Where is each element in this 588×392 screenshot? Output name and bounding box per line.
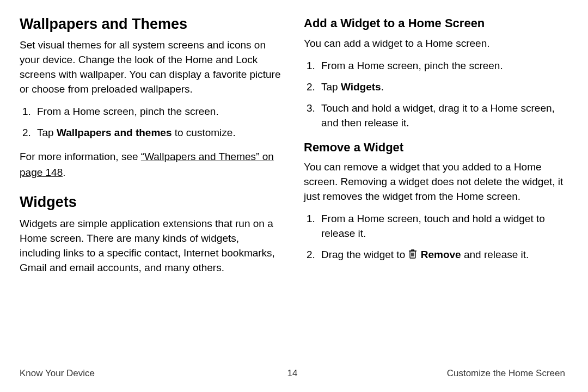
- xref-pre: For more information, see: [20, 151, 141, 162]
- footer-right: Customize the Home Screen: [447, 368, 565, 379]
- step-item: Drag the widget to Remove and release it…: [318, 248, 565, 264]
- wallpapers-intro-text: Set visual themes for all system screens…: [20, 38, 281, 97]
- step-text-pre: Tap: [37, 127, 57, 138]
- manual-page: Wallpapers and Themes Set visual themes …: [0, 0, 588, 392]
- wallpapers-steps: From a Home screen, pinch the screen. Ta…: [20, 105, 281, 140]
- step-text-bold: Widgets: [341, 81, 381, 93]
- heading-widgets: Widgets: [20, 193, 281, 211]
- xref-post: .: [63, 167, 65, 178]
- step-item: Touch and hold a widget, drag it to a Ho…: [318, 101, 565, 131]
- step-text-post: .: [381, 81, 384, 93]
- right-column: Add a Widget to a Home Screen You can ad…: [304, 15, 565, 358]
- heading-remove-widget: Remove a Widget: [304, 139, 565, 156]
- step-text: From a Home screen, pinch the screen.: [37, 106, 219, 117]
- remove-widget-steps: From a Home screen, touch and hold a wid…: [304, 212, 565, 264]
- step-text-bold: Remove: [421, 249, 461, 260]
- heading-wallpapers-themes: Wallpapers and Themes: [20, 15, 281, 33]
- step-item: Tap Widgets.: [318, 80, 565, 95]
- step-item: Tap Wallpapers and themes to customize.: [34, 126, 281, 140]
- step-text-pre: Drag the widget to: [321, 249, 408, 260]
- step-text: Touch and hold a widget, drag it to a Ho…: [321, 102, 555, 128]
- step-item: From a Home screen, pinch the screen.: [34, 105, 281, 119]
- page-number: 14: [287, 368, 298, 379]
- step-text: From a Home screen, touch and hold a wid…: [321, 213, 545, 239]
- add-widget-intro: You can add a widget to a Home screen.: [304, 36, 565, 51]
- widgets-intro-text: Widgets are simple application extension…: [20, 217, 281, 275]
- step-text-pre: Tap: [321, 81, 341, 93]
- step-text-bold: Wallpapers and themes: [57, 127, 172, 138]
- page-footer: Know Your Device 14 Customize the Home S…: [20, 368, 565, 379]
- trash-icon: [408, 248, 418, 264]
- two-column-layout: Wallpapers and Themes Set visual themes …: [20, 15, 565, 358]
- heading-add-widget: Add a Widget to a Home Screen: [304, 15, 565, 32]
- left-column: Wallpapers and Themes Set visual themes …: [20, 15, 281, 358]
- step-text-post: to customize.: [171, 127, 235, 138]
- step-text: From a Home screen, pinch the screen.: [321, 60, 503, 71]
- footer-left: Know Your Device: [20, 368, 95, 379]
- step-item: From a Home screen, pinch the screen.: [318, 59, 565, 74]
- cross-reference: For more information, see “Wallpapers an…: [20, 149, 281, 180]
- step-text-post: and release it.: [461, 249, 529, 260]
- add-widget-steps: From a Home screen, pinch the screen. Ta…: [304, 59, 565, 131]
- step-item: From a Home screen, touch and hold a wid…: [318, 212, 565, 241]
- remove-widget-intro: You can remove a widget that you added t…: [304, 160, 565, 204]
